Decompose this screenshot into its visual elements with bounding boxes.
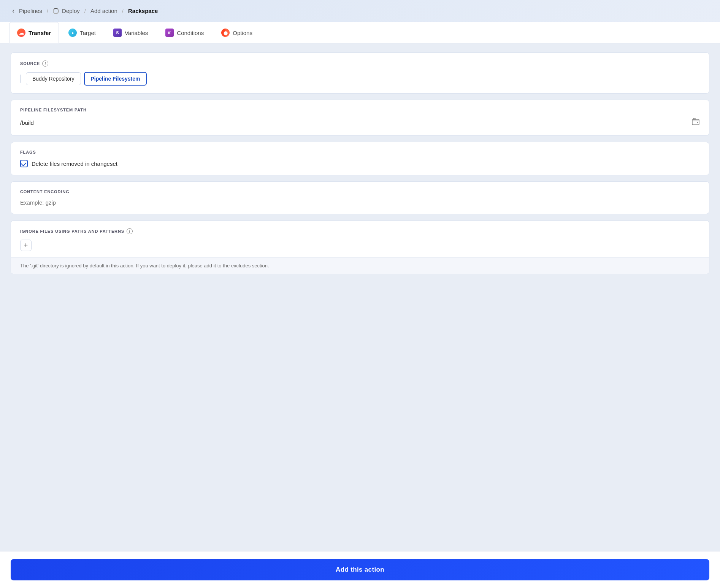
delete-files-checkbox[interactable] (20, 160, 28, 167)
source-label: SOURCE i (20, 60, 700, 67)
add-pattern-button[interactable]: + (20, 240, 32, 251)
tab-conditions-label: Conditions (177, 30, 204, 36)
source-options: Buddy Repository Pipeline Filesystem (20, 72, 700, 86)
breadcrumb-pipelines[interactable]: Pipelines (19, 8, 42, 14)
transfer-icon: ☁ (17, 29, 25, 37)
breadcrumb-rackspace: Rackspace (128, 8, 158, 14)
options-icon: ⬤ (221, 29, 230, 37)
target-icon: ● (68, 29, 77, 37)
tab-variables-label: Variables (125, 30, 148, 36)
content-encoding-input[interactable] (20, 199, 700, 206)
source-info-icon[interactable]: i (42, 60, 48, 67)
tab-variables[interactable]: S Variables (105, 22, 156, 43)
breadcrumb-spinner (53, 8, 59, 14)
tabs-bar: ☁ Transfer ● Target S Variables IF Condi… (0, 22, 720, 43)
ignore-note: The '.git' directory is ignored by defau… (11, 257, 709, 274)
breadcrumb-deploy[interactable]: Deploy (62, 8, 80, 14)
tab-target-label: Target (80, 30, 96, 36)
tab-transfer-label: Transfer (29, 30, 51, 36)
flag-item-0: Delete files removed in changeset (20, 160, 700, 167)
main-content: SOURCE i Buddy Repository Pipeline Files… (0, 43, 720, 327)
browse-icon[interactable] (691, 118, 700, 128)
ignore-files-label: IGNORE FILES USING PATHS AND PATTERNS i (20, 228, 700, 234)
footer: Add this action (0, 551, 720, 588)
header: ‹ Pipelines / Deploy / Add action / Rack… (0, 0, 720, 22)
source-buddy-btn[interactable]: Buddy Repository (26, 72, 81, 85)
tab-target[interactable]: ● Target (60, 22, 104, 43)
tab-options-label: Options (233, 30, 252, 36)
breadcrumb-sep-3: / (122, 8, 124, 14)
footer-spacer (11, 280, 709, 318)
flag-label-0: Delete files removed in changeset (32, 161, 117, 167)
variables-icon: S (113, 29, 122, 37)
tab-conditions[interactable]: IF Conditions (157, 22, 212, 43)
filesystem-path-card: PIPELINE FILESYSTEM PATH /build (11, 100, 709, 136)
tab-transfer[interactable]: ☁ Transfer (9, 22, 59, 43)
source-card: SOURCE i Buddy Repository Pipeline Files… (11, 52, 709, 94)
source-pipeline-btn[interactable]: Pipeline Filesystem (84, 72, 147, 86)
add-action-button[interactable]: Add this action (11, 559, 709, 580)
tab-options[interactable]: ⬤ Options (213, 22, 260, 43)
conditions-icon: IF (165, 29, 174, 37)
svg-rect-1 (693, 118, 695, 120)
breadcrumb-sep-1: / (47, 8, 48, 14)
content-encoding-label: CONTENT ENCODING (20, 189, 700, 194)
breadcrumb-add-action[interactable]: Add action (90, 8, 117, 14)
svg-point-2 (697, 122, 698, 123)
svg-rect-0 (692, 119, 699, 125)
ignore-files-card: IGNORE FILES USING PATHS AND PATTERNS i … (11, 220, 709, 274)
flags-label: FLAGS (20, 150, 700, 154)
breadcrumb-sep-2: / (84, 8, 86, 14)
back-button[interactable]: ‹ (12, 7, 14, 15)
path-value: /build (20, 119, 34, 126)
flags-card: FLAGS Delete files removed in changeset (11, 142, 709, 175)
ignore-info-icon[interactable]: i (127, 228, 133, 234)
content-encoding-card: CONTENT ENCODING (11, 181, 709, 214)
path-row: /build (20, 118, 700, 128)
filesystem-path-label: PIPELINE FILESYSTEM PATH (20, 108, 700, 112)
source-divider (20, 75, 21, 83)
